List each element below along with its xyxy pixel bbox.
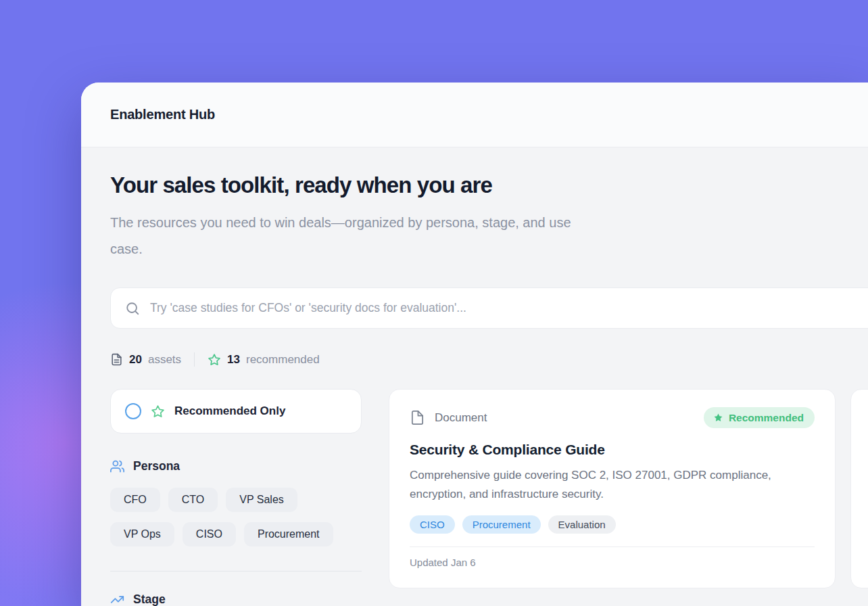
toggle-radio-circle[interactable]	[125, 403, 141, 419]
asset-card-partial[interactable]	[850, 389, 868, 588]
asset-card[interactable]: Document Recommended Security & Complian…	[389, 389, 836, 588]
enablement-hub-window: Enablement Hub Your sales toolkit, ready…	[81, 83, 868, 606]
recommended-only-toggle[interactable]: Recommended Only	[110, 389, 362, 434]
users-icon	[110, 459, 124, 473]
asset-title: Security & Compliance Guide	[410, 442, 815, 458]
search-input[interactable]	[150, 301, 868, 315]
star-icon	[208, 353, 221, 367]
star-icon	[151, 404, 165, 419]
persona-chip[interactable]: CFO	[110, 488, 160, 512]
recommended-stat: 13 recommended	[208, 353, 320, 367]
main-content-row: Recommended Only Persona CFOCTOVP SalesV…	[110, 389, 868, 606]
trending-up-icon	[110, 592, 124, 606]
asset-description: Comprehensive guide covering SOC 2, ISO …	[410, 466, 778, 504]
persona-chip[interactable]: VP Ops	[110, 522, 174, 546]
persona-chip[interactable]: Procurement	[244, 522, 333, 546]
asset-tag[interactable]: Evaluation	[548, 515, 616, 534]
persona-section-header: Persona	[110, 459, 362, 473]
assets-label: assets	[148, 353, 181, 367]
persona-chip[interactable]: CISO	[183, 522, 236, 546]
stage-section-label: Stage	[133, 592, 166, 606]
search-icon	[125, 301, 140, 316]
asset-tag[interactable]: CISO	[410, 515, 455, 534]
app-title: Enablement Hub	[110, 107, 215, 122]
persona-chip-list: CFOCTOVP SalesVP OpsCISOProcurement	[110, 488, 362, 546]
assets-stat: 20 assets	[110, 353, 181, 367]
asset-type-label: Document	[435, 411, 487, 425]
window-body: Your sales toolkit, ready when you are T…	[81, 147, 868, 606]
filters-sidebar: Recommended Only Persona CFOCTOVP SalesV…	[110, 389, 362, 606]
assets-count: 20	[129, 353, 142, 367]
page-subtitle: The resources you need to win deals—orga…	[110, 210, 583, 262]
search-bar[interactable]	[110, 287, 868, 329]
persona-section-label: Persona	[133, 459, 180, 473]
document-count-icon	[110, 353, 123, 366]
star-filled-icon	[713, 413, 723, 423]
persona-chip[interactable]: CTO	[168, 488, 218, 512]
stage-section-header: Stage	[110, 592, 362, 606]
recommended-only-label: Recommended Only	[174, 404, 285, 418]
persona-chip[interactable]: VP Sales	[226, 488, 297, 512]
recommended-badge: Recommended	[704, 407, 815, 428]
stats-divider	[194, 352, 195, 367]
window-header: Enablement Hub	[81, 83, 868, 147]
asset-updated: Updated Jan 6	[410, 546, 815, 568]
sidebar-divider	[110, 571, 362, 572]
asset-tag-list: CISOProcurementEvaluation	[410, 515, 815, 534]
recommended-label: recommended	[246, 353, 320, 367]
asset-card-header: Document Recommended	[410, 407, 815, 428]
asset-tag[interactable]: Procurement	[462, 515, 541, 534]
page-title: Your sales toolkit, ready when you are	[110, 172, 868, 198]
recommended-count: 13	[227, 353, 240, 367]
recommended-badge-label: Recommended	[729, 412, 804, 424]
file-icon	[410, 410, 425, 425]
asset-card-grid: Document Recommended Security & Complian…	[389, 389, 868, 588]
stats-row: 20 assets 13 recommended	[110, 352, 868, 367]
asset-type: Document	[410, 410, 487, 425]
